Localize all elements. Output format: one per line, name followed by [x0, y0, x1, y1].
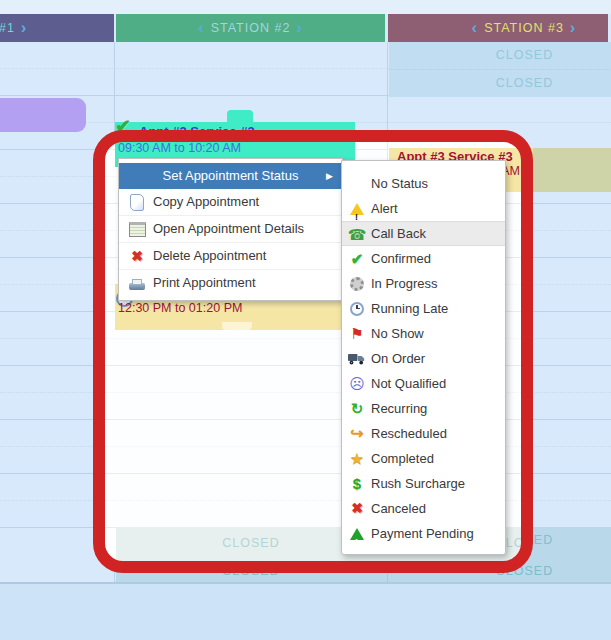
menu-item-label: Delete Appointment: [153, 243, 266, 269]
status-submenu: No Status ! Alert ☎ Call Back ✔ Confirme…: [341, 160, 506, 555]
truck-icon: [348, 353, 366, 365]
station-header-row: #1› ‹STATION #2› ‹STATION #3›: [0, 14, 608, 42]
dollar-icon: $: [353, 471, 361, 496]
status-item-label: Recurring: [371, 396, 427, 421]
station-1-label: #1: [0, 21, 15, 35]
printer-icon: [129, 283, 145, 290]
status-item-not-qualified[interactable]: ☹ Not Qualified: [342, 371, 505, 396]
status-item-label: Confirmed: [371, 246, 431, 271]
station-header-1: #1›: [0, 14, 114, 42]
closed-cell: CLOSED: [389, 70, 611, 97]
status-item-label: Completed: [371, 446, 434, 471]
after-hours-strip: [0, 582, 611, 640]
status-item-recurring[interactable]: ↻ Recurring: [342, 396, 505, 421]
status-item-label: Rush Surcharge: [371, 471, 465, 496]
next-station-chevron-icon[interactable]: ›: [564, 18, 583, 37]
menu-item-copy-appointment[interactable]: Copy Appointment: [119, 189, 342, 216]
status-item-label: No Show: [371, 321, 424, 346]
cancel-x-icon: ✖: [351, 496, 363, 521]
status-item-running-late[interactable]: Running Late: [342, 296, 505, 321]
status-item-canceled[interactable]: ✖ Canceled: [342, 496, 505, 521]
star-icon: ★: [350, 446, 364, 471]
recurring-icon: ↻: [351, 396, 364, 421]
flag-icon: ⚑: [350, 321, 363, 346]
station-2-label: STATION #2: [211, 21, 291, 35]
status-item-confirmed[interactable]: ✔ Confirmed: [342, 246, 505, 271]
station-header-3: ‹STATION #3›: [388, 14, 608, 42]
menu-item-set-appointment-status[interactable]: Set Appointment Status ▶: [119, 163, 342, 189]
menu-item-print-appointment[interactable]: Print Appointment: [119, 270, 342, 296]
appointment-block-1[interactable]: [0, 98, 86, 132]
calendar-icon: [129, 222, 146, 237]
status-item-label: In Progress: [371, 271, 437, 296]
menu-item-delete-appointment[interactable]: ✖ Delete Appointment: [119, 243, 342, 270]
status-item-no-status[interactable]: No Status: [342, 171, 505, 196]
menu-item-label: Copy Appointment: [153, 189, 259, 215]
status-item-completed[interactable]: ★ Completed: [342, 446, 505, 471]
clock-icon: [350, 302, 364, 316]
station-3-label: STATION #3: [484, 21, 564, 35]
delete-x-icon: ✖: [131, 243, 143, 269]
status-item-call-back[interactable]: ☎ Call Back: [342, 221, 505, 246]
status-item-no-show[interactable]: ⚑ No Show: [342, 321, 505, 346]
context-menu: Set Appointment Status ▶ Copy Appointmen…: [118, 158, 343, 301]
payment-warning-icon: !: [350, 528, 364, 540]
status-item-in-progress[interactable]: In Progress: [342, 271, 505, 296]
next-station-chevron-icon[interactable]: ›: [290, 18, 309, 37]
status-item-rescheduled[interactable]: ↪ Rescheduled: [342, 421, 505, 446]
menu-item-label: Set Appointment Status: [163, 168, 299, 183]
appointment-resize-handle[interactable]: [227, 110, 253, 122]
menu-item-label: Print Appointment: [153, 270, 256, 296]
status-item-label: On Order: [371, 346, 425, 371]
status-item-label: Call Back: [371, 222, 426, 245]
prev-station-chevron-icon[interactable]: ‹: [192, 18, 211, 37]
status-item-alert[interactable]: ! Alert: [342, 196, 505, 221]
alert-triangle-icon: !: [350, 203, 364, 215]
status-item-payment-pending[interactable]: ! Payment Pending: [342, 521, 505, 546]
copy-icon: [130, 194, 144, 211]
scheduler-screen: CLOSED CLOSED #1› ‹STATION #2› ‹STATION …: [0, 0, 611, 640]
status-item-label: Running Late: [371, 296, 448, 321]
menu-item-open-appointment-details[interactable]: Open Appointment Details: [119, 216, 342, 243]
check-icon: ✔: [351, 246, 364, 271]
gear-icon: [350, 277, 364, 291]
top-strip: [0, 0, 611, 14]
status-item-label: Alert: [371, 196, 398, 221]
status-item-on-order[interactable]: On Order: [342, 346, 505, 371]
closed-cell: CLOSED: [389, 42, 611, 70]
status-item-label: Rescheduled: [371, 421, 447, 446]
status-item-label: Canceled: [371, 496, 426, 521]
prev-station-chevron-icon[interactable]: ‹: [465, 18, 484, 37]
status-item-label: Payment Pending: [371, 521, 474, 546]
status-item-rush-surcharge[interactable]: $ Rush Surcharge: [342, 471, 505, 496]
menu-item-label: Open Appointment Details: [153, 216, 304, 242]
next-station-chevron-icon[interactable]: ›: [15, 18, 34, 37]
sad-face-icon: ☹: [349, 371, 365, 396]
phone-icon: ☎: [348, 223, 367, 246]
status-item-label: Not Qualified: [371, 371, 446, 396]
submenu-arrow-icon: ▶: [326, 163, 333, 189]
rescheduled-icon: ↪: [350, 421, 363, 446]
station-header-2: ‹STATION #2›: [116, 14, 385, 42]
status-item-label: No Status: [371, 171, 428, 196]
